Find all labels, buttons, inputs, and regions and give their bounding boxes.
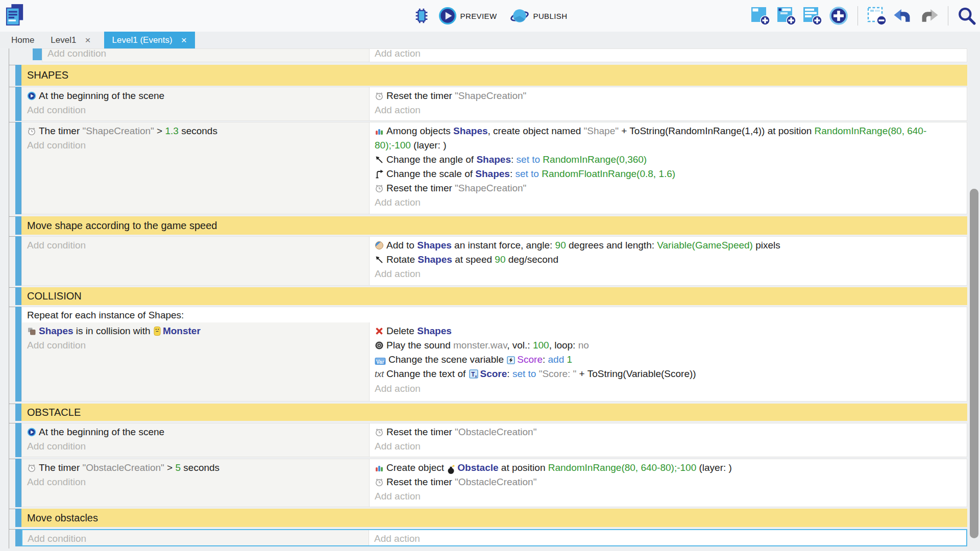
- event-drag-bar[interactable]: [15, 236, 21, 286]
- event-shape-creation-timer[interactable]: The timer "ShapeCreation" > 1.3 seconds …: [15, 122, 967, 214]
- add-action-link[interactable]: Add action: [375, 195, 963, 210]
- add-condition-link[interactable]: Add condition: [27, 475, 365, 489]
- condition-collision[interactable]: Shapes is in collision with Monster: [27, 324, 365, 338]
- group-header-move-obstacles[interactable]: Move obstacles: [21, 509, 967, 527]
- debug-button[interactable]: [413, 7, 430, 24]
- delete-x-icon: [375, 327, 384, 336]
- add-action-link[interactable]: Add action: [375, 103, 963, 117]
- tab-level1-events[interactable]: Level1 (Events) ×: [104, 32, 195, 48]
- close-icon[interactable]: ×: [181, 35, 187, 45]
- action-play-sound[interactable]: Play the sound monster.wav, vol.: 100, l…: [375, 338, 963, 353]
- event-move-obstacles-empty[interactable]: Add condition Add action: [15, 529, 967, 546]
- event-drag-bar[interactable]: [15, 529, 21, 546]
- add-action-link[interactable]: Add action: [375, 382, 963, 396]
- foreach-header[interactable]: Repeat for each instance of Shapes:: [22, 307, 967, 322]
- group-title: Move shape according to the game speed: [27, 220, 217, 232]
- group-collision[interactable]: COLLISION: [15, 287, 967, 305]
- variable-badge-icon: [507, 356, 515, 364]
- close-icon[interactable]: ×: [85, 35, 90, 45]
- event-move-shape[interactable]: Add condition Add to Shapes an instant f…: [15, 236, 967, 286]
- group-drag-bar[interactable]: [15, 216, 21, 235]
- variable-name: Score: [517, 354, 543, 365]
- event-drag-bar[interactable]: [33, 48, 42, 60]
- add-new-event-button[interactable]: [829, 6, 848, 26]
- event-drag-bar[interactable]: [15, 423, 21, 457]
- event-partial[interactable]: Add condition Add action: [33, 48, 967, 62]
- event-drag-bar[interactable]: [15, 122, 21, 214]
- tab-level1[interactable]: Level1 ×: [42, 32, 99, 48]
- add-condition-link[interactable]: Add condition: [47, 48, 365, 61]
- undo-button[interactable]: [893, 8, 913, 24]
- scene-start-icon: [27, 91, 36, 101]
- add-action-link[interactable]: Add action: [374, 532, 962, 546]
- group-header-collision[interactable]: COLLISION: [21, 287, 967, 305]
- action-rotate[interactable]: Rotate Shapes at speed 90 deg/second: [375, 253, 963, 267]
- group-move-obstacles[interactable]: Move obstacles: [15, 509, 967, 527]
- tab-home[interactable]: Home: [3, 32, 42, 48]
- events-sheet: Add condition Add action SHAPES At the b…: [0, 48, 968, 551]
- event-drag-bar[interactable]: [15, 307, 21, 402]
- event-foreach-shapes[interactable]: Repeat for each instance of Shapes: Shap…: [15, 307, 967, 402]
- group-drag-bar[interactable]: [15, 287, 21, 305]
- event-drag-bar[interactable]: [15, 459, 21, 507]
- search-icon: [958, 7, 976, 25]
- group-obstacle[interactable]: OBSTACLE: [15, 404, 967, 421]
- group-title: SHAPES: [27, 69, 68, 81]
- action-create-obstacle[interactable]: Create object Obstacle at position Rando…: [375, 461, 963, 475]
- publish-button[interactable]: PUBLISH: [510, 7, 567, 25]
- event-obstacle-timer[interactable]: The timer "ObstacleCreation" > 5 seconds…: [15, 459, 967, 507]
- group-move-shape[interactable]: Move shape according to the game speed: [15, 216, 967, 235]
- vertical-scrollbar[interactable]: [968, 48, 980, 551]
- add-condition-link[interactable]: Add condition: [27, 238, 365, 253]
- action-change-angle[interactable]: Change the angle of Shapes: set to Rando…: [375, 153, 963, 167]
- group-header-shapes[interactable]: SHAPES: [21, 65, 967, 86]
- add-condition-link[interactable]: Add condition: [27, 103, 365, 117]
- search-button[interactable]: [958, 7, 976, 25]
- add-condition-link[interactable]: Add condition: [27, 138, 365, 153]
- group-header-obstacle[interactable]: OBSTACLE: [21, 404, 967, 421]
- action-delete-shapes[interactable]: Delete Shapes: [375, 324, 963, 338]
- redo-button[interactable]: [919, 8, 939, 24]
- action-reset-timer[interactable]: Reset the timer "ShapeCreation": [375, 181, 963, 195]
- event-obstacle-begin[interactable]: At the beginning of the scene Add condit…: [15, 423, 967, 457]
- condition-timer-shapecreation[interactable]: The timer "ShapeCreation" > 1.3 seconds: [27, 124, 365, 138]
- text-object-icon: [469, 369, 478, 379]
- timer-icon: [27, 127, 36, 136]
- action-reset-timer[interactable]: Reset the timer "ObstacleCreation": [375, 475, 963, 489]
- event-drag-bar[interactable]: [15, 87, 21, 121]
- action-add-force[interactable]: Add to Shapes an instant force, angle: 9…: [375, 238, 963, 253]
- action-reset-timer[interactable]: Reset the timer "ObstacleCreation": [375, 425, 963, 439]
- group-header-move-shape[interactable]: Move shape according to the game speed: [21, 216, 967, 235]
- add-condition-link[interactable]: Add condition: [27, 439, 365, 454]
- add-condition-link[interactable]: Add condition: [27, 338, 365, 353]
- action-change-scale[interactable]: Change the scale of Shapes: set to Rando…: [375, 167, 963, 181]
- timer-icon: [375, 428, 384, 437]
- group-drag-bar[interactable]: [15, 404, 21, 421]
- add-condition-link[interactable]: Add condition: [28, 532, 364, 546]
- add-comment-button[interactable]: [803, 6, 822, 26]
- add-action-link[interactable]: Add action: [375, 489, 963, 504]
- group-shapes[interactable]: SHAPES: [15, 65, 967, 86]
- plus-circle-icon: [829, 6, 848, 26]
- timer-icon: [375, 184, 384, 193]
- action-create-random-shape[interactable]: Among objects Shapes, create object name…: [375, 124, 963, 153]
- rotate-arrow-icon: [375, 255, 384, 264]
- condition-timer-obstaclecreation[interactable]: The timer "ObstacleCreation" > 5 seconds: [27, 461, 365, 475]
- add-subevent-button[interactable]: [777, 6, 796, 26]
- add-event-button[interactable]: [751, 6, 770, 26]
- group-drag-bar[interactable]: [15, 65, 21, 86]
- action-change-text[interactable]: txtChange the text of Score: set to "Sco…: [375, 367, 963, 382]
- condition-at-beginning-of-scene[interactable]: At the beginning of the scene: [27, 425, 365, 439]
- action-reset-timer[interactable]: Reset the timer "ShapeCreation": [375, 89, 963, 103]
- add-action-link[interactable]: Add action: [375, 48, 963, 61]
- condition-at-beginning-of-scene[interactable]: At the beginning of the scene: [27, 89, 365, 103]
- force-icon: [375, 241, 384, 250]
- add-action-link[interactable]: Add action: [375, 267, 963, 281]
- delete-selection-button[interactable]: [867, 6, 887, 26]
- add-action-link[interactable]: Add action: [375, 439, 963, 454]
- event-shapes-begin[interactable]: At the beginning of the scene Add condit…: [15, 87, 967, 121]
- action-change-scene-variable[interactable]: Change the scene variable Score: add 1: [375, 353, 963, 367]
- preview-button[interactable]: PREVIEW: [438, 7, 497, 25]
- scrollbar-thumb[interactable]: [970, 189, 978, 538]
- group-drag-bar[interactable]: [15, 509, 21, 527]
